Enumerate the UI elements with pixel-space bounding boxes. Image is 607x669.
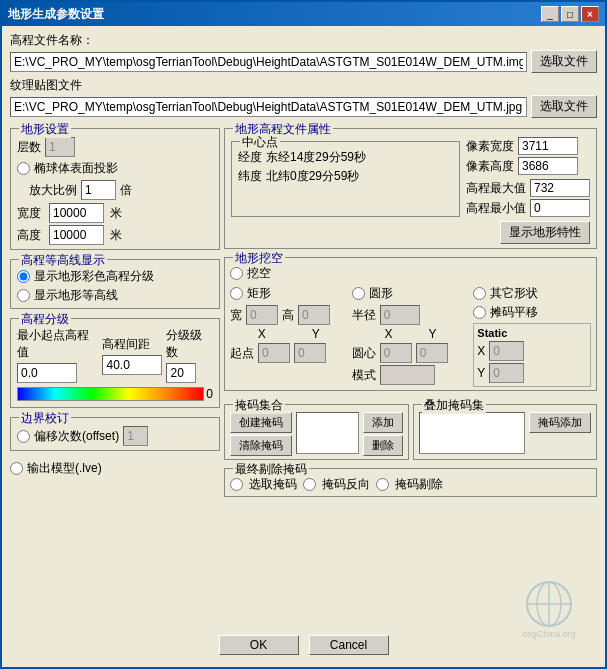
radius-input xyxy=(380,305,420,325)
pixel-width-label: 像素宽度 xyxy=(466,138,514,155)
elevation-grading-label: 高程分级 xyxy=(19,311,71,328)
height-input[interactable] xyxy=(49,225,104,245)
elevation-file-btn[interactable]: 选取文件 xyxy=(531,50,597,73)
build-mask-btn[interactable]: 创建掩码 xyxy=(230,412,292,433)
hollow-radio[interactable] xyxy=(230,267,243,280)
title-bar: 地形生成参数设置 _ □ × xyxy=(2,2,605,26)
longitude-row: 经度 东经14度29分59秒 xyxy=(238,149,453,166)
right-panel: 地形高程文件属性 中心点 经度 东经14度29分59秒 纬度 北纬0度29分59 xyxy=(224,122,597,627)
circle-xy-row: X Y xyxy=(352,327,470,341)
exclude-mask-radio[interactable] xyxy=(376,478,389,491)
width-input[interactable] xyxy=(49,203,104,223)
content-area: 高程文件名称： 选取文件 纹理贴图文件 选取文件 地形设置 xyxy=(2,26,605,667)
overlay-mask-content: 掩码添加 xyxy=(419,412,592,454)
start-y-input xyxy=(294,343,326,363)
start-label: 起点 xyxy=(230,345,254,362)
center-point-label: 中心点 xyxy=(240,134,280,151)
show-properties-btn[interactable]: 显示地形特性 xyxy=(500,221,590,244)
contour-display-label: 高程等高线显示 xyxy=(19,252,107,269)
overlay-mask-list[interactable] xyxy=(419,412,526,454)
circle-label: 圆形 xyxy=(369,285,393,302)
maximize-button[interactable]: □ xyxy=(561,6,579,22)
terrain-settings-group: 地形设置 层数 椭球体表面投影 放大比例 倍 宽 xyxy=(10,128,220,250)
clear-mask-btn[interactable]: 清除掩码 xyxy=(230,435,292,456)
scale-row: 放大比例 倍 xyxy=(29,180,213,200)
circle-radio[interactable] xyxy=(352,287,365,300)
overlay-add-col: 掩码添加 xyxy=(529,412,591,454)
contour-display-group: 高程等高线显示 显示地形彩色高程分级 显示地形等高线 xyxy=(10,259,220,309)
hollow-width-label: 宽 xyxy=(230,307,242,324)
pixel-height-row: 像素高度 3686 xyxy=(466,157,590,175)
boundary-radio[interactable] xyxy=(17,430,30,443)
close-button[interactable]: × xyxy=(581,6,599,22)
hollow-label: 挖空 xyxy=(247,265,271,282)
layer-input xyxy=(45,137,75,157)
ok-button[interactable]: OK xyxy=(219,635,299,655)
contour-radio2[interactable] xyxy=(17,289,30,302)
terrain-settings-label: 地形设置 xyxy=(19,121,71,138)
elevation-file-input[interactable] xyxy=(10,52,527,72)
pixel-dimensions: 像素宽度 3711 像素高度 3686 高程最大值 732 xyxy=(466,137,590,217)
min-elev-value: 0 xyxy=(530,199,590,217)
circle-y-label: Y xyxy=(413,327,453,341)
reverse-mask-radio[interactable] xyxy=(303,478,316,491)
contour-radio1-row: 显示地形彩色高程分级 xyxy=(17,268,213,285)
max-elev-label: 高程最大值 xyxy=(466,180,526,197)
min-elev-col: 最小起点高程值 xyxy=(17,327,98,383)
center-y-input xyxy=(416,343,448,363)
add-mask-btn[interactable]: 添加 xyxy=(363,412,403,433)
max-elev-value: 732 xyxy=(530,179,590,197)
shape-radios-row: 矩形 xyxy=(230,285,348,302)
contour-radio1[interactable] xyxy=(17,270,30,283)
longitude-label: 经度 xyxy=(238,149,262,166)
show-props-row: 显示地形特性 xyxy=(231,221,590,244)
offset-row: 偏移次数(offset) xyxy=(17,426,213,446)
topo-hollow-group: 地形挖空 挖空 矩形 宽 xyxy=(224,257,597,391)
main-area: 地形设置 层数 椭球体表面投影 放大比例 倍 宽 xyxy=(10,122,597,627)
scale-input[interactable] xyxy=(81,180,116,200)
overlay-mask-section: 叠加掩码集 掩码添加 xyxy=(413,404,598,460)
contour-radio1-label: 显示地形彩色高程分级 xyxy=(34,268,154,285)
flatten-radio-row: 摊码平移 xyxy=(473,304,591,321)
remove-mask-btn[interactable]: 删除 xyxy=(363,435,403,456)
hollow-width-input xyxy=(246,305,278,325)
mask-actions-col: 添加 删除 xyxy=(363,412,403,456)
elevation-label-row: 高程文件名称： xyxy=(10,32,597,49)
other-radio[interactable] xyxy=(473,287,486,300)
texture-file-label: 纹理贴图文件 xyxy=(10,77,82,94)
output-model-label: 输出模型(.lve) xyxy=(27,460,102,477)
height-label: 高度 xyxy=(17,227,45,244)
minimize-button[interactable]: _ xyxy=(541,6,559,22)
latitude-row: 纬度 北纬0度29分59秒 xyxy=(238,168,453,185)
interval-input[interactable] xyxy=(102,355,162,375)
elevation-file-label: 高程文件名称： xyxy=(10,32,94,49)
flatten-radio[interactable] xyxy=(473,306,486,319)
contour-radio2-label: 显示地形等高线 xyxy=(34,287,118,304)
start-x-input xyxy=(258,343,290,363)
longitude-value: 东经14度29分59秒 xyxy=(266,149,366,166)
overlay-add-btn[interactable]: 掩码添加 xyxy=(529,412,591,433)
cancel-button[interactable]: Cancel xyxy=(309,635,389,655)
offset-input xyxy=(123,426,148,446)
texture-file-row: 选取文件 xyxy=(10,95,597,118)
projection-radio[interactable] xyxy=(17,162,30,175)
min-elev-input[interactable] xyxy=(17,363,77,383)
delete-mask-row: 选取掩码 掩码反向 掩码剔除 xyxy=(230,476,591,493)
scale-label: 放大比例 xyxy=(29,182,77,199)
mask-list[interactable] xyxy=(296,412,359,454)
hollow-right: 其它形状 摊码平移 Static X xyxy=(473,285,591,387)
projection-row: 椭球体表面投影 xyxy=(17,160,213,177)
exclude-mask-label: 掩码剔除 xyxy=(395,476,443,493)
file-properties-group: 地形高程文件属性 中心点 经度 东经14度29分59秒 纬度 北纬0度29分59 xyxy=(224,128,597,249)
select-mask-radio[interactable] xyxy=(230,478,243,491)
min-elev-label: 最小起点高程值 xyxy=(17,327,98,361)
center-xy-row: 圆心 xyxy=(352,343,470,363)
texture-file-input[interactable] xyxy=(10,97,527,117)
rect-radio[interactable] xyxy=(230,287,243,300)
texture-file-btn[interactable]: 选取文件 xyxy=(531,95,597,118)
levels-input[interactable] xyxy=(166,363,196,383)
elevation-file-row: 选取文件 xyxy=(10,50,597,73)
static-x-input xyxy=(489,341,524,361)
output-model-radio[interactable] xyxy=(10,462,23,475)
circle-x-label: X xyxy=(369,327,409,341)
